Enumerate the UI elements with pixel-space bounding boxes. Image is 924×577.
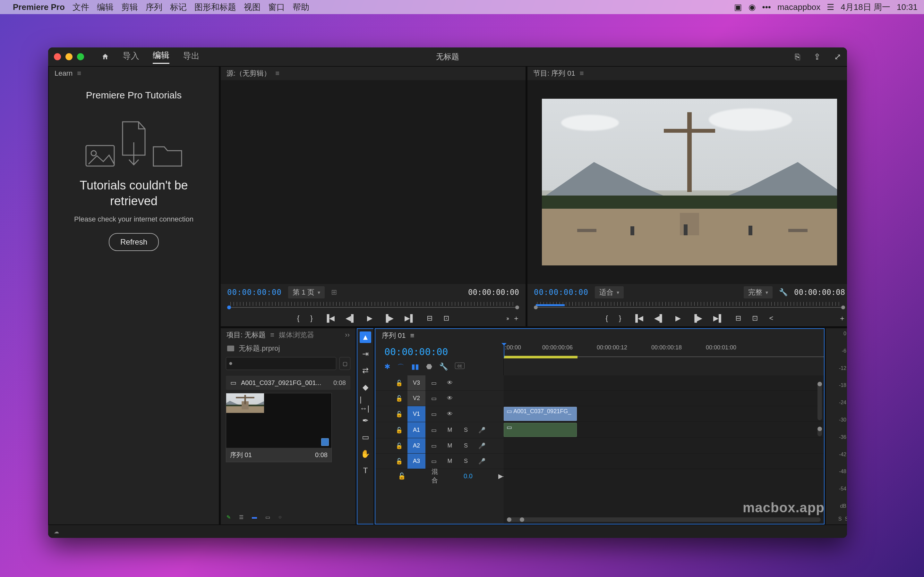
lock-icon[interactable]: 🔓 bbox=[391, 422, 407, 438]
ripple-edit-tool[interactable]: ⇄ bbox=[360, 365, 371, 376]
marker-icon[interactable]: ⬣ bbox=[426, 363, 432, 372]
project-sequence-thumb[interactable]: 序列 01 0:08 bbox=[226, 393, 332, 462]
timeline-timecode[interactable]: 00:00:00:00 bbox=[375, 342, 503, 361]
type-tool[interactable]: T bbox=[360, 465, 371, 476]
source-tab[interactable]: 源:（无剪辑） bbox=[226, 67, 271, 79]
timeline-ruler[interactable]: :00:00 00:00:00:06 00:00:00:12 00:00:00:… bbox=[504, 342, 824, 358]
control-center-icon[interactable]: ☰ bbox=[827, 2, 834, 12]
mic-icon[interactable]: 🎤 bbox=[474, 438, 489, 453]
lock-icon[interactable]: 🔓 bbox=[391, 438, 407, 453]
source-in-timecode[interactable]: 00:00:00:00 bbox=[227, 288, 282, 297]
track-a1[interactable]: A1 bbox=[407, 422, 425, 438]
step-back-icon[interactable]: ◀▌ bbox=[346, 314, 356, 322]
home-button[interactable] bbox=[102, 53, 109, 61]
go-out-icon[interactable]: ▶▌ bbox=[405, 314, 415, 322]
track-select-tool[interactable]: ⇥ bbox=[360, 348, 371, 359]
project-panel-menu-icon[interactable]: ≡ bbox=[270, 331, 274, 339]
new-bin-icon[interactable]: ▢ bbox=[339, 357, 351, 370]
zoom-slider-icon[interactable]: ○ bbox=[278, 514, 282, 520]
source-scrubber[interactable] bbox=[227, 302, 519, 310]
add-marker-icon[interactable]: ▮▮ bbox=[411, 363, 419, 372]
program-add-button-icon[interactable]: ＋ bbox=[838, 314, 846, 323]
tab-edit[interactable]: 编辑 bbox=[153, 50, 170, 64]
track-v1[interactable]: V1 bbox=[407, 406, 425, 422]
go-in-icon[interactable]: ▐◀ bbox=[325, 314, 335, 322]
eye-icon[interactable]: 👁 bbox=[442, 406, 457, 422]
source-out-timecode[interactable]: 00:00:00:00 bbox=[468, 288, 519, 297]
lift-icon[interactable]: ⊟ bbox=[735, 314, 741, 322]
program-tab[interactable]: 节目: 序列 01 bbox=[533, 67, 575, 79]
status-account[interactable]: macappbox bbox=[777, 2, 821, 12]
track-a2[interactable]: A2 bbox=[407, 438, 425, 453]
close-button[interactable] bbox=[54, 53, 61, 60]
menu-edit[interactable]: 编辑 bbox=[97, 2, 113, 13]
source-add-button-icon[interactable]: ＋ bbox=[513, 314, 520, 323]
settings-icon[interactable]: 🔧 bbox=[779, 288, 788, 297]
solo-left[interactable]: S bbox=[838, 516, 842, 522]
status-workspace-icon[interactable]: ▣ bbox=[734, 2, 742, 12]
sync-lock-icon[interactable]: ▭ bbox=[426, 391, 441, 406]
menu-view[interactable]: 视图 bbox=[244, 2, 260, 13]
fullscreen-icon[interactable]: ⤢ bbox=[834, 52, 841, 62]
mark-out-icon[interactable]: } bbox=[619, 314, 621, 322]
sync-lock-icon[interactable]: ▭ bbox=[426, 406, 441, 422]
sync-lock-icon[interactable]: ▭ bbox=[426, 454, 441, 469]
overwrite-icon[interactable]: ⊡ bbox=[443, 314, 449, 322]
eye-icon[interactable]: 👁 bbox=[442, 376, 457, 390]
media-browser-tab[interactable]: 媒体浏览器 bbox=[279, 329, 314, 341]
step-fwd-icon[interactable]: ▐▶ bbox=[692, 314, 702, 322]
timeline-video-clip[interactable]: ▭ A001_C037_0921FG_ bbox=[504, 407, 577, 421]
timeline-settings-icon[interactable]: 🔧 bbox=[439, 363, 448, 372]
learn-tab[interactable]: Learn bbox=[55, 68, 73, 79]
program-in-timecode[interactable]: 00:00:00:00 bbox=[534, 288, 588, 297]
mark-in-icon[interactable]: { bbox=[606, 314, 608, 322]
sync-lock-icon[interactable]: ▭ bbox=[426, 376, 441, 390]
sync-lock-icon[interactable]: ▭ bbox=[426, 438, 441, 453]
go-in-icon[interactable]: ▐◀ bbox=[633, 314, 643, 322]
step-fwd-icon[interactable]: ▐▶ bbox=[383, 314, 394, 322]
pen-tool[interactable]: ✒ bbox=[360, 415, 371, 426]
extract-icon[interactable]: ⊡ bbox=[752, 314, 758, 322]
app-name[interactable]: Premiere Pro bbox=[13, 2, 65, 12]
writable-icon[interactable]: ✎ bbox=[226, 514, 231, 520]
source-drag-video-icon[interactable]: ⊞ bbox=[331, 288, 337, 297]
quick-export-icon[interactable]: ⎘ bbox=[795, 52, 800, 62]
status-time[interactable]: 10:31 bbox=[897, 2, 918, 12]
menu-file[interactable]: 文件 bbox=[73, 2, 89, 13]
menu-marker[interactable]: 标记 bbox=[170, 2, 187, 13]
program-quality-select[interactable]: 完整▾ bbox=[744, 286, 772, 298]
project-search-input[interactable] bbox=[226, 357, 336, 370]
track-a3[interactable]: A3 bbox=[407, 454, 425, 469]
mix-value[interactable]: 0.0 bbox=[464, 472, 473, 480]
lock-icon[interactable]: 🔓 bbox=[391, 406, 407, 422]
lock-icon[interactable]: 🔓 bbox=[391, 391, 407, 406]
menu-graphics[interactable]: 图形和标题 bbox=[194, 2, 236, 13]
learn-panel-menu-icon[interactable]: ≡ bbox=[77, 69, 81, 77]
track-v3[interactable]: V3 bbox=[407, 376, 425, 390]
source-panel-menu-icon[interactable]: ≡ bbox=[275, 69, 279, 77]
tab-import[interactable]: 导入 bbox=[123, 50, 139, 63]
program-zoom-select[interactable]: 适合▾ bbox=[595, 286, 624, 298]
play-icon[interactable]: ▶ bbox=[675, 314, 681, 322]
project-clip-row[interactable]: ▭ A001_C037_0921FG_001... 0:08 bbox=[226, 376, 351, 390]
source-page-select[interactable]: 第 1 页▾ bbox=[288, 286, 325, 298]
lock-icon[interactable]: 🔓 bbox=[391, 376, 407, 390]
freeform-view-icon[interactable]: ▭ bbox=[265, 514, 270, 520]
step-back-icon[interactable]: ◀▌ bbox=[654, 314, 665, 322]
source-more-icon[interactable]: ›› bbox=[506, 315, 508, 322]
snap-icon[interactable]: ✱ bbox=[384, 363, 390, 372]
lock-icon[interactable]: 🔓 bbox=[398, 472, 406, 480]
project-overflow-icon[interactable]: ›› bbox=[345, 331, 350, 339]
minimize-button[interactable] bbox=[65, 53, 73, 60]
lock-icon[interactable]: 🔓 bbox=[391, 454, 407, 469]
menu-help[interactable]: 帮助 bbox=[292, 2, 309, 13]
timeline-tab[interactable]: 序列 01 bbox=[382, 331, 406, 340]
rectangle-tool[interactable]: ▭ bbox=[360, 432, 371, 443]
timeline-audio-clip[interactable]: ▭ bbox=[504, 423, 577, 437]
hand-tool[interactable]: ✋ bbox=[360, 448, 371, 460]
track-v2[interactable]: V2 bbox=[407, 391, 425, 406]
slip-tool[interactable]: |↔| bbox=[360, 398, 371, 410]
creative-cloud-icon[interactable]: ☁ bbox=[54, 529, 59, 535]
source-viewer[interactable] bbox=[221, 80, 525, 284]
tab-export[interactable]: 导出 bbox=[183, 50, 200, 63]
